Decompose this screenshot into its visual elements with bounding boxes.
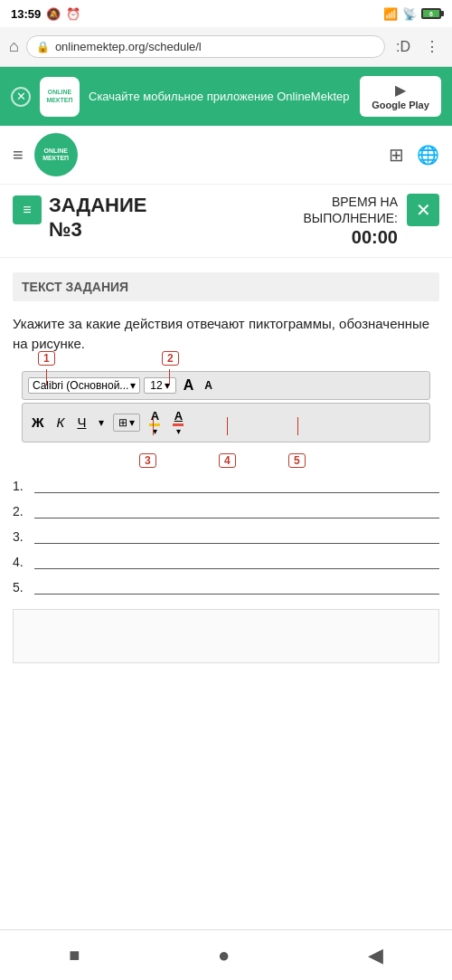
answer-line-item: 4.	[13, 555, 439, 569]
answer-underline-2[interactable]	[34, 504, 439, 519]
close-task-icon: ✕	[416, 199, 431, 221]
answer-underline-1[interactable]	[34, 479, 439, 493]
url-text: onlinemektep.org/schedule/l	[55, 40, 202, 53]
bold-button[interactable]: Ж	[28, 414, 48, 431]
answer-line-item: 2.	[13, 504, 439, 519]
recents-button[interactable]: ■	[61, 937, 87, 973]
task-time-block: ВРЕМЯ НАВЫПОЛНЕНИЕ: 00:00	[303, 194, 398, 247]
answer-num-1: 1.	[13, 479, 29, 493]
toolbar-row2: Ж К Ч ▾ ⊞ ▾ A ▾ A ▾	[22, 403, 430, 442]
globe-icon[interactable]: 🌐	[417, 144, 439, 166]
google-play-label: Google Play	[372, 99, 429, 111]
underline-button[interactable]: Ч	[73, 414, 89, 431]
wifi-icon: 📡	[402, 7, 417, 21]
answer-line-item: 5.	[13, 580, 439, 595]
home-button[interactable]: ●	[211, 937, 237, 975]
table-dropdown: ▾	[129, 416, 135, 429]
site-nav-right: ⊞ 🌐	[389, 144, 439, 166]
answer-lines: 1. 2. 3. 4. 5.	[13, 479, 439, 595]
connector-1	[46, 369, 47, 385]
underline-dropdown[interactable]: ▾	[95, 415, 108, 430]
site-nav: ≡ ONLINEМЕКТЕП ⊞ 🌐	[0, 126, 452, 185]
answer-line-item: 1.	[13, 479, 439, 493]
status-bar: 13:59 🔕 ⏰ 📶 📡 6	[0, 0, 452, 27]
connector-5	[297, 417, 298, 435]
connector-4	[227, 417, 228, 435]
table-icon: ⊞	[118, 416, 127, 429]
task-menu-button[interactable]: ≡	[13, 195, 42, 224]
answer-num-5: 5.	[13, 580, 29, 595]
task-time-value: 00:00	[303, 227, 398, 248]
url-bar[interactable]: 🔒 onlinemektep.org/schedule/l	[26, 35, 385, 58]
annotation-5: 5	[288, 453, 306, 468]
task-title-line1: ЗАДАНИЕ	[49, 194, 146, 217]
site-logo-text: ONLINEМЕКТЕП	[42, 147, 69, 163]
banner-text: Скачайте мобильное приложение OnlineMekt…	[89, 89, 351, 105]
font-color-dropdown: ▾	[176, 426, 181, 436]
google-play-button[interactable]: ▶ Google Play	[360, 76, 441, 117]
answer-underline-4[interactable]	[34, 555, 439, 569]
task-menu-icon: ≡	[23, 202, 31, 218]
bottom-nav: ■ ● ◀	[0, 929, 452, 980]
banner-logo-text: ONLINEМЕКТЕП	[47, 89, 73, 104]
shrink-font-button[interactable]: A	[201, 378, 216, 393]
back-button[interactable]: ◀	[361, 937, 391, 975]
task-content: ТЕКСТ ЗАДАНИЯ Укажите за какие действия …	[0, 258, 452, 678]
play-icon: ▶	[395, 81, 406, 99]
size-selector[interactable]: 12 ▾	[144, 377, 175, 394]
toolbar-diagram: Calibri (Основной... ▾ 12 ▾ A A Ж К Ч ▾ …	[22, 371, 430, 442]
app-banner: ✕ ONLINEМЕКТЕП Скачайте мобильное прилож…	[0, 67, 452, 126]
signal-icon: 📶	[383, 7, 398, 21]
task-header: ≡ ЗАДАНИЕ №3 ВРЕМЯ НАВЫПОЛНЕНИЕ: 00:00 ✕	[0, 185, 452, 257]
font-color-button[interactable]: A ▾	[169, 408, 187, 437]
browser-bar: ⌂ 🔒 onlinemektep.org/schedule/l :D ⋮	[0, 27, 452, 67]
italic-button[interactable]: К	[53, 414, 69, 431]
answer-box[interactable]	[13, 609, 439, 663]
status-right: 📶 📡 6	[383, 7, 441, 21]
font-size: 12	[150, 379, 162, 392]
toolbar-row1-items: Calibri (Основной... ▾ 12 ▾ A A	[28, 376, 424, 395]
answer-underline-3[interactable]	[34, 529, 439, 544]
time-display: 13:59	[11, 7, 41, 21]
task-question: Укажите за какие действия отвечают пикто…	[13, 314, 439, 355]
battery-icon: 6	[421, 8, 441, 19]
table-icon[interactable]: ⊞	[389, 144, 404, 166]
lock-icon: 🔒	[36, 41, 50, 53]
status-time: 13:59 🔕 ⏰	[11, 7, 80, 21]
close-task-button[interactable]: ✕	[407, 194, 439, 226]
task-title-block: ЗАДАНИЕ №3	[49, 194, 146, 242]
grow-font-button[interactable]: A	[180, 376, 198, 395]
close-icon: ✕	[16, 90, 26, 103]
toolbar-row2-items: Ж К Ч ▾ ⊞ ▾ A ▾ A ▾	[28, 408, 424, 437]
battery-level: 6	[429, 11, 433, 17]
task-title-line2: №3	[49, 218, 146, 242]
answer-num-2: 2.	[13, 504, 29, 519]
connector-3	[153, 417, 154, 435]
highlight-button[interactable]: A ▾	[146, 408, 164, 437]
connector-2	[169, 369, 170, 385]
silent-icon: 🔕	[46, 7, 61, 21]
tabs-button[interactable]: :D	[392, 37, 414, 57]
answer-num-3: 3.	[13, 529, 29, 544]
banner-logo: ONLINEМЕКТЕП	[40, 77, 80, 117]
annotation-3: 3	[139, 453, 156, 468]
annotation-1: 1	[38, 351, 55, 366]
home-icon[interactable]: ⌂	[9, 37, 19, 56]
hamburger-icon[interactable]: ≡	[13, 145, 24, 166]
site-nav-left: ≡ ONLINEМЕКТЕП	[13, 133, 78, 176]
answer-underline-5[interactable]	[34, 580, 439, 595]
annotation-2: 2	[162, 351, 179, 366]
alarm-icon: ⏰	[66, 7, 80, 21]
banner-close-button[interactable]: ✕	[11, 87, 31, 107]
section-title: ТЕКСТ ЗАДАНИЯ	[13, 272, 439, 301]
menu-button[interactable]: ⋮	[421, 36, 443, 57]
site-logo[interactable]: ONLINEМЕКТЕП	[34, 133, 78, 176]
toolbar-row1: Calibri (Основной... ▾ 12 ▾ A A	[22, 371, 430, 400]
answer-line-item: 3.	[13, 529, 439, 544]
font-selector[interactable]: Calibri (Основной... ▾	[28, 377, 140, 394]
font-dropdown-arrow: ▾	[130, 379, 136, 392]
font-color-a-letter: A	[174, 409, 183, 423]
task-time-label: ВРЕМЯ НАВЫПОЛНЕНИЕ:	[303, 194, 398, 226]
table-insert-button[interactable]: ⊞ ▾	[113, 414, 140, 432]
annotation-4: 4	[219, 453, 236, 468]
